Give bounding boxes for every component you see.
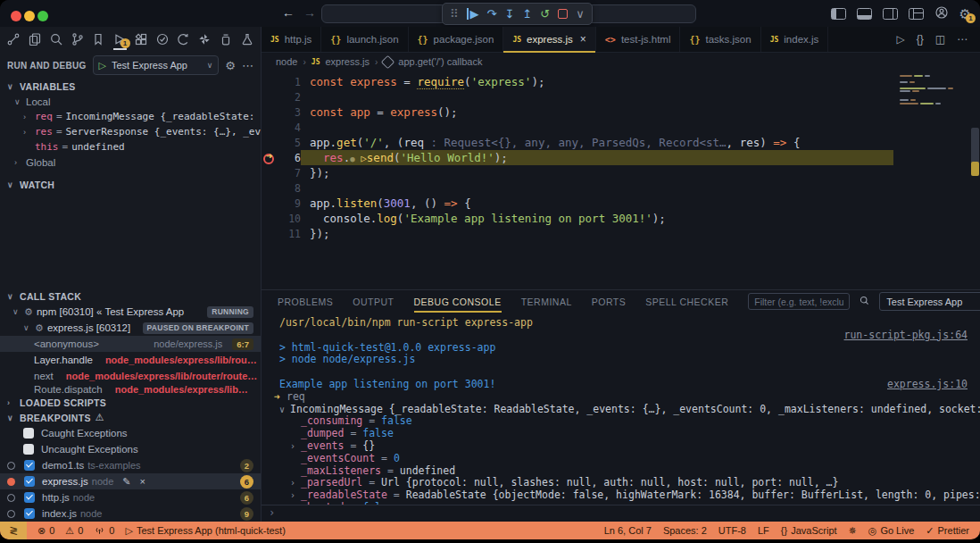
- variable-row[interactable]: ›res = ServerResponse {_events: {…}, _ev…: [0, 124, 261, 139]
- code-line[interactable]: 5app.get('/', (req : Request<{}, any, an…: [262, 135, 980, 150]
- explorer-icon[interactable]: [27, 29, 44, 50]
- eol[interactable]: LF: [758, 525, 769, 536]
- gutter[interactable]: [262, 180, 278, 196]
- twisty-icon[interactable]: ›: [290, 440, 301, 453]
- console-line[interactable]: ›_readableState = ReadableState {objectM…: [279, 489, 968, 502]
- code-line[interactable]: 2: [262, 89, 980, 104]
- toggle-sidebar-left-icon[interactable]: [831, 8, 846, 20]
- console-line[interactable]: _dumped = false: [279, 428, 968, 440]
- toggle-panel-icon[interactable]: [857, 8, 872, 20]
- start-debug-button[interactable]: ▷: [99, 60, 106, 71]
- restart-button[interactable]: ↺: [540, 8, 550, 20]
- checkbox[interactable]: [24, 460, 35, 471]
- edit-breakpoint-icon[interactable]: ✎: [122, 476, 130, 488]
- code-line[interactable]: 8: [262, 180, 980, 196]
- continue-button[interactable]: ▶: [467, 8, 479, 20]
- language-mode[interactable]: {}JavaScript: [781, 525, 837, 536]
- account-icon[interactable]: [934, 5, 949, 21]
- breadcrumb-item[interactable]: app.get('/') callback: [398, 56, 482, 67]
- gutter[interactable]: [262, 89, 278, 104]
- panel-tab-terminal[interactable]: TERMINAL: [521, 297, 572, 307]
- call-stack-row[interactable]: <anonymous>node/express.js6:7: [0, 336, 261, 352]
- nav-back-button[interactable]: ←: [282, 5, 295, 20]
- encoding[interactable]: UTF-8: [718, 525, 746, 536]
- container-icon[interactable]: [218, 29, 235, 50]
- run-and-debug-icon[interactable]: 1: [112, 29, 129, 50]
- warnings-indicator[interactable]: ⚠0: [65, 525, 83, 537]
- source-link[interactable]: express.js:10: [887, 379, 968, 391]
- debug-settings-gear-icon[interactable]: ⚙: [225, 59, 236, 72]
- bookmarks-icon[interactable]: [90, 29, 107, 50]
- code-line[interactable]: ➜6 res.● ▷send('Hello World!');: [262, 150, 980, 165]
- gutter[interactable]: [262, 211, 278, 226]
- call-stack-row[interactable]: Layer.handlenode_modules/express/lib/rou…: [0, 352, 261, 368]
- console-line[interactable]: _eventsCount = 0: [279, 453, 968, 465]
- twisty-icon[interactable]: ∨: [279, 404, 290, 416]
- more-actions-icon[interactable]: ⋯: [957, 33, 968, 46]
- breakpoint-row[interactable]: Caught Exceptions: [0, 425, 261, 441]
- checkbox[interactable]: [23, 444, 34, 455]
- variable-row[interactable]: this = undefined: [0, 139, 261, 155]
- settings-gear-icon[interactable]: ⚙1: [959, 7, 971, 21]
- loaded-scripts-header[interactable]: ›LOADED SCRIPTS: [0, 395, 261, 410]
- search-icon[interactable]: [48, 29, 65, 50]
- step-over-button[interactable]: ↷: [487, 8, 497, 20]
- console-line[interactable]: ∨IncomingMessage {_readableState: Readab…: [279, 404, 968, 416]
- step-out-button[interactable]: ↥: [522, 8, 532, 20]
- gutter[interactable]: [262, 104, 278, 120]
- debug-more-actions-icon[interactable]: ⋯: [242, 59, 253, 72]
- variables-header[interactable]: ∨VARIABLES: [0, 79, 261, 94]
- tab-express-js[interactable]: JSexpress.js×: [503, 27, 595, 52]
- indentation[interactable]: Spaces: 2: [663, 525, 707, 536]
- checkbox[interactable]: [24, 508, 35, 519]
- remove-breakpoint-icon[interactable]: ×: [139, 476, 145, 487]
- panel-tab-debug-console[interactable]: DEBUG CONSOLE: [414, 297, 502, 307]
- debug-session-select[interactable]: Test Express App∨: [879, 292, 980, 311]
- console-line[interactable]: run-script-pkg.js:64: [279, 330, 968, 342]
- prettier[interactable]: ✓Prettier: [926, 525, 969, 537]
- checkbox[interactable]: [24, 492, 35, 503]
- nav-forward-button[interactable]: →: [303, 5, 316, 20]
- routes-icon[interactable]: [5, 29, 22, 50]
- console-line[interactable]: ›_events = {}: [279, 440, 968, 453]
- cursor-position[interactable]: Ln 6, Col 7: [604, 525, 652, 536]
- breakpoint-row[interactable]: index.jsnode9: [0, 505, 261, 522]
- call-stack-row[interactable]: ∨⚙npm [60310] « Test Express AppRUNNING: [0, 304, 261, 320]
- extensions-icon[interactable]: [133, 29, 150, 50]
- breakpoints-header[interactable]: ∨BREAKPOINTS⚠: [0, 410, 261, 425]
- stop-button[interactable]: [558, 9, 568, 19]
- scope-global[interactable]: ›Global: [0, 155, 261, 170]
- breakpoint-row[interactable]: express.jsnode✎×6: [0, 473, 261, 489]
- errors-indicator[interactable]: ⊗0: [37, 525, 54, 537]
- call-stack-row[interactable]: Route.dispatchnode_modules/express/lib…: [0, 384, 261, 395]
- tab-launch-json[interactable]: {}launch.json: [321, 27, 408, 52]
- variable-row[interactable]: ›req = IncomingMessage {_readableState: …: [0, 109, 261, 124]
- tab-test-js-html[interactable]: <>test-js.html: [596, 27, 681, 52]
- console-line[interactable]: /usr/local/bin/npm run-script express-ap…: [279, 317, 968, 330]
- go-live[interactable]: ◎Go Live: [868, 525, 915, 537]
- braces-action-icon[interactable]: {}: [917, 33, 924, 46]
- gutter[interactable]: [262, 120, 278, 135]
- launch-config-select[interactable]: ▷ Test Express App ∨: [93, 55, 220, 75]
- toolbar-chevron[interactable]: ∨: [576, 8, 585, 20]
- tab-index-js[interactable]: JSindex.js: [761, 27, 829, 52]
- step-into-button[interactable]: ↧: [504, 8, 514, 20]
- console-line[interactable]: > html-quick-test@1.0.0 express-app: [279, 342, 968, 355]
- twisty-icon[interactable]: ›: [290, 477, 301, 489]
- breakpoint-row[interactable]: http.jsnode6: [0, 489, 261, 505]
- tab-tasks-json[interactable]: {}tasks.json: [680, 27, 760, 52]
- console-filter-input[interactable]: [748, 293, 850, 310]
- lint-icon[interactable]: [196, 29, 213, 50]
- scope-local[interactable]: ∨Local: [0, 94, 261, 109]
- live-share-icon[interactable]: [175, 29, 192, 50]
- spell-checker-icon[interactable]: ✵: [849, 525, 857, 537]
- twisty-icon[interactable]: ›: [290, 489, 301, 502]
- watch-header[interactable]: ∨WATCH: [0, 177, 261, 192]
- panel-tab-problems[interactable]: PROBLEMS: [278, 297, 333, 307]
- tab-package-json[interactable]: {}package.json: [409, 27, 504, 52]
- panel-tab-output[interactable]: OUTPUT: [353, 297, 394, 307]
- remote-indicator[interactable]: ≷: [0, 522, 27, 539]
- breakpoint-row[interactable]: Uncaught Exceptions: [0, 441, 261, 457]
- panel-tab-spell-checker[interactable]: SPELL CHECKER: [645, 297, 728, 307]
- gutter[interactable]: [262, 226, 278, 241]
